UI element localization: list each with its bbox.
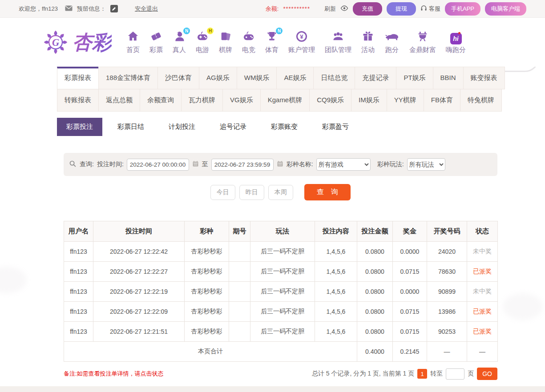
subtab-lottery-account-change[interactable]: 彩票账变 [262, 118, 307, 136]
subtab-lottery-pnl[interactable]: 彩票盈亏 [313, 118, 358, 136]
tab-188-sports[interactable]: 188金宝博体育 [98, 67, 158, 89]
esports-gamepad-icon [242, 30, 255, 44]
nav-promotions[interactable]: 活动 [356, 30, 379, 54]
mobile-app-button[interactable]: 手机APP [445, 2, 480, 16]
edit-icon[interactable] [110, 5, 118, 12]
eye-icon[interactable] [340, 5, 348, 12]
tab-kgame[interactable]: Kgame棋牌 [260, 89, 310, 112]
cell-status[interactable]: 已派奖 [467, 262, 498, 282]
watermark-blob-right [503, 293, 543, 320]
nav-egames[interactable]: H 电游 [191, 30, 214, 54]
cell-issue [229, 242, 250, 262]
calendar-icon[interactable] [192, 160, 199, 168]
recharge-button[interactable]: 充值 [353, 2, 382, 16]
col-bet-amount: 投注金额 [357, 221, 393, 242]
calendar-icon[interactable] [277, 160, 283, 168]
nav-home[interactable]: 首页 [121, 30, 145, 54]
nav-cards[interactable]: 棋牌 [214, 30, 237, 54]
tab-transfer-report[interactable]: 转账报表 [57, 89, 99, 112]
live-person-icon: N [173, 30, 186, 44]
tab-fb-sports[interactable]: FB体育 [424, 89, 460, 112]
cell-bet-content: 1,4,5,6 [315, 282, 357, 302]
yesterday-button[interactable]: 昨日 [239, 185, 264, 200]
col-prize: 奖金 [393, 221, 427, 242]
tab-bbin[interactable]: BBIN [433, 67, 464, 89]
nav-live[interactable]: N 真人 [168, 30, 191, 54]
nav-paofen[interactable]: 跑分 [379, 30, 404, 54]
goto-page-input[interactable] [446, 368, 464, 380]
main-content: 彩票报表 188金宝博体育 沙巴体育 AG娱乐 WM娱乐 AE娱乐 日结总览 充… [57, 67, 498, 380]
search-button[interactable]: 查 询 [304, 184, 351, 200]
tab-ag[interactable]: AG娱乐 [199, 67, 237, 89]
footer-bar: 备注:如需查看投注单详情，请点击状态 总计 5 个记录, 分为 1 页, 当前第… [64, 368, 497, 380]
tab-balance-query[interactable]: 余额查询 [140, 89, 182, 112]
nav-team[interactable]: 团队管理 [320, 30, 356, 54]
this-week-button[interactable]: 本周 [268, 185, 293, 200]
subtab-lottery-daily[interactable]: 彩票日结 [108, 118, 153, 136]
tab-tetu-cards[interactable]: 特兔棋牌 [460, 89, 502, 112]
col-game: 彩种 [185, 221, 229, 242]
tab-wali-cards[interactable]: 瓦力棋牌 [181, 89, 223, 112]
tab-lottery-report[interactable]: 彩票报表 [57, 67, 99, 89]
refresh-link[interactable]: 刷新 [324, 5, 336, 13]
subtab-plan-bets[interactable]: 计划投注 [159, 118, 205, 136]
date-to-input[interactable] [211, 159, 274, 171]
table-row: ffn123 2022-06-27 12:21:51 杏彩秒秒彩 后三一码不定胆… [64, 322, 498, 342]
reserved-info-label: 预留信息： [77, 5, 106, 13]
subtab-chase-records[interactable]: 追号记录 [210, 118, 256, 136]
tab-daily-summary[interactable]: 日结总览 [313, 67, 355, 89]
tab-im[interactable]: IM娱乐 [351, 89, 387, 112]
col-status: 状态 [467, 221, 498, 242]
tab-ae[interactable]: AE娱乐 [276, 67, 314, 89]
tab-yy-cards[interactable]: YY棋牌 [387, 89, 424, 112]
tab-rebate-total[interactable]: 返点总额 [98, 89, 140, 112]
nav-lottery[interactable]: 彩票 [145, 30, 168, 54]
home-icon [127, 30, 139, 44]
cell-bet-content: 1,4,5,6 [315, 242, 357, 262]
brand-logo[interactable]: G 杏彩 [42, 29, 121, 56]
tab-deposit-records[interactable]: 充提记录 [355, 67, 396, 89]
date-from-input[interactable] [127, 159, 189, 171]
current-page-badge[interactable]: 1 [417, 369, 427, 379]
cell-status[interactable]: 未中奖 [467, 282, 498, 302]
play-type-label: 彩种玩法: [377, 160, 404, 168]
note-text: 备注:如需查看投注单详情，请点击状态 [64, 370, 164, 378]
cell-username: ffn123 [64, 282, 93, 302]
go-button[interactable]: GO [477, 368, 497, 380]
nav-sports[interactable]: N 体育 [260, 30, 283, 54]
cell-play: 后三一码不定胆 [250, 242, 315, 262]
nav-wealth[interactable]: 金鼎财富 [404, 30, 441, 54]
watermark-blob-left [0, 267, 27, 293]
tab-cq9[interactable]: CQ9娱乐 [309, 89, 351, 112]
today-button[interactable]: 今日 [210, 185, 235, 200]
cell-bet-content: 1,4,5,6 [315, 262, 357, 282]
tab-account-change[interactable]: 账变报表 [463, 67, 505, 89]
cell-status[interactable]: 未中奖 [467, 242, 498, 262]
tab-vg[interactable]: VG娱乐 [222, 89, 261, 112]
cell-status[interactable]: 已派奖 [467, 322, 498, 342]
nav-esports[interactable]: 电竞 [237, 30, 260, 54]
game-select[interactable]: 所有游戏 [316, 158, 371, 171]
envelope-icon[interactable] [65, 5, 73, 12]
tab-pt[interactable]: PT娱乐 [396, 67, 433, 89]
subtab-lottery-bets[interactable]: 彩票投注 [57, 118, 102, 136]
withdraw-button[interactable]: 提现 [387, 2, 416, 16]
nav-hi-paofen[interactable]: hi 嗨跑分 [441, 32, 471, 54]
bottom-strip [0, 386, 545, 392]
pc-client-button[interactable]: 电脑客户端 [485, 2, 526, 16]
cell-status[interactable]: 已派奖 [467, 302, 498, 322]
gift-icon [362, 30, 374, 44]
customer-service[interactable]: 客服 [420, 5, 440, 13]
bets-table: 用户名 投注时间 彩种 期号 玩法 投注内容 投注金额 奖金 开奖号码 状态 f… [64, 221, 498, 362]
summary-bet-amount: 0.4000 [357, 342, 393, 362]
cell-play: 后三一码不定胆 [250, 322, 315, 342]
tab-saba-sports[interactable]: 沙巴体育 [157, 67, 199, 89]
pagination-summary: 总计 5 个记录, 分为 1 页, 当前第 1 页 [312, 370, 414, 378]
tab-wm[interactable]: WM娱乐 [237, 67, 277, 89]
hi-dot [458, 32, 460, 34]
svg-text:G: G [52, 37, 59, 48]
logout-link[interactable]: 安全退出 [135, 5, 158, 13]
cell-game: 杏彩秒秒彩 [185, 322, 229, 342]
play-select[interactable]: 所有玩法 [407, 158, 445, 171]
nav-account[interactable]: ¥ 账户管理 [283, 30, 320, 54]
